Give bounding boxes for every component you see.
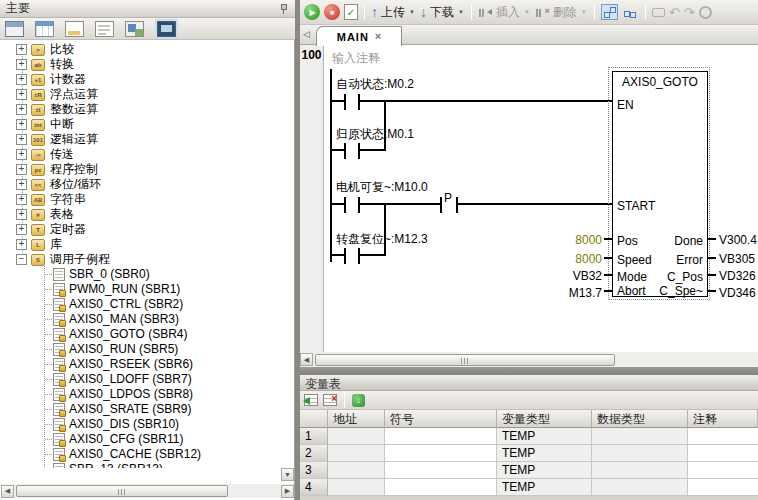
cell-var-type[interactable]: TEMP (497, 445, 592, 462)
cross-reference-icon[interactable] (125, 21, 144, 37)
tree-item-axis0-dis[interactable]: AXIS0_DIS (SBR10) (0, 417, 280, 432)
operand-speed-value[interactable]: 8000 (536, 252, 602, 266)
operand-pos-value[interactable]: 8000 (536, 233, 602, 247)
scrollbar-thumb[interactable] (16, 485, 228, 497)
row-header[interactable]: 3 (300, 462, 328, 479)
function-block[interactable]: AXIS0_GOTO EN START Pos Speed Mode Abort… (612, 71, 708, 297)
expand-icon[interactable]: + (16, 224, 27, 235)
tree-folder-integer-math[interactable]: +±I整数运算 (0, 102, 280, 117)
scroll-right-button[interactable]: ▶ (281, 485, 294, 498)
ladder-editor[interactable]: 100 输入注释 自动状态:M0.2 归原状态:M0.1 电机可复~:M10.0 (300, 45, 758, 352)
symbol-table-icon[interactable] (35, 21, 54, 37)
operand-abort-value[interactable]: M13.7 (536, 286, 602, 300)
tree-item-axis0-srate[interactable]: AXIS0_SRATE (SBR9) (0, 402, 280, 417)
tree-folder-libraries[interactable]: +L库 (0, 237, 280, 252)
tree-folder-string[interactable]: +AB字符串 (0, 192, 280, 207)
expand-icon[interactable]: + (16, 89, 27, 100)
collapse-icon[interactable]: − (16, 254, 27, 265)
cell-comment[interactable] (688, 445, 758, 462)
tree-folder-logic[interactable]: +101逻辑运算 (0, 132, 280, 147)
expand-icon[interactable]: + (16, 59, 27, 70)
cell-var-type[interactable]: TEMP (497, 479, 592, 496)
tree-scroll-down-button[interactable]: ▼ (281, 468, 294, 481)
pin-icon[interactable] (279, 4, 289, 14)
expand-icon[interactable]: + (16, 209, 27, 220)
cell-symbol[interactable] (385, 428, 497, 445)
tree-item-axis0-ldpos[interactable]: AXIS0_LDPOS (SBR8) (0, 387, 280, 402)
tree-folder-call-subroutines[interactable]: −S调用子例程 (0, 252, 280, 267)
network-comment[interactable]: 输入注释 (332, 50, 380, 67)
tree-folder-interrupt[interactable]: +int中断 (0, 117, 280, 132)
scroll-left-button[interactable]: ◀ (300, 353, 313, 366)
tree-horizontal-scrollbar[interactable]: ◀ ▶ (1, 484, 294, 498)
expand-icon[interactable]: + (16, 164, 27, 175)
tree-folder-float-math[interactable]: +±R浮点运算 (0, 87, 280, 102)
expand-icon[interactable]: + (16, 134, 27, 145)
run-button[interactable]: ▶ (304, 4, 320, 20)
cell-data-type[interactable] (592, 462, 688, 479)
cell-address[interactable] (328, 428, 385, 445)
operand-done-value[interactable]: V300.4 (719, 233, 757, 247)
tree-item-axis0-rseek[interactable]: AXIS0_RSEEK (SBR6) (0, 357, 280, 372)
expand-icon[interactable]: + (16, 104, 27, 115)
cell-address[interactable] (328, 479, 385, 496)
tab-scroll-left-button[interactable]: ◁ (303, 29, 310, 39)
scrollbar-thumb[interactable] (315, 354, 615, 366)
tree-item-sbr-0[interactable]: SBR_0 (SBR0) (0, 267, 280, 282)
cell-var-type[interactable]: TEMP (497, 428, 592, 445)
cell-comment[interactable] (688, 462, 758, 479)
cell-comment[interactable] (688, 479, 758, 496)
expand-icon[interactable]: + (16, 239, 27, 250)
stop-button[interactable]: ■ (324, 4, 340, 20)
expand-icon[interactable]: + (16, 179, 27, 190)
tree-item-axis0-ctrl[interactable]: AXIS0_CTRL (SBR2) (0, 297, 280, 312)
tree-folder-compare[interactable]: +>比较 (0, 42, 280, 57)
apply-symbols-icon[interactable]: ↓ (352, 394, 365, 407)
operand-cpos-value[interactable]: VD326 (719, 269, 756, 283)
expand-icon[interactable]: + (16, 149, 27, 160)
tree-folder-counters[interactable]: ++1计数器 (0, 72, 280, 87)
tree-item-axis0-goto[interactable]: AXIS0_GOTO (SBR4) (0, 327, 280, 342)
pou-view-icon[interactable] (622, 4, 639, 20)
tree-item-axis0-cache[interactable]: AXIS0_CACHE (SBR12) (0, 447, 280, 462)
row-header[interactable]: 2 (300, 445, 328, 462)
upload-button[interactable]: ↑ 上传 ▼ (371, 4, 416, 21)
tree-item-axis0-man[interactable]: AXIS0_MAN (SBR3) (0, 312, 280, 327)
cell-comment[interactable] (688, 428, 758, 445)
expand-icon[interactable]: + (16, 194, 27, 205)
scroll-left-button[interactable]: ◀ (1, 485, 14, 498)
column-header-var-type[interactable]: 变量类型 (497, 410, 592, 428)
cell-data-type[interactable] (592, 445, 688, 462)
tree-item-axis0-run[interactable]: AXIS0_RUN (SBR5) (0, 342, 280, 357)
column-header-data-type[interactable]: 数据类型 (592, 410, 688, 428)
tab-close-icon[interactable]: × (375, 31, 381, 42)
cell-symbol[interactable] (385, 462, 497, 479)
column-header-address[interactable]: 地址 (328, 410, 385, 428)
upload-dropdown-icon[interactable]: ▼ (408, 9, 416, 15)
row-header[interactable]: 4 (300, 479, 328, 496)
data-block-icon[interactable] (95, 21, 114, 37)
operand-error-value[interactable]: VB305 (719, 252, 755, 266)
tree-folder-timers[interactable]: +T定时器 (0, 222, 280, 237)
cell-address[interactable] (328, 445, 385, 462)
communication-icon[interactable] (157, 21, 176, 37)
compile-button[interactable]: ✓ (344, 4, 358, 20)
tree-item-sbr-13[interactable]: SBR_13 (SBR13) (0, 462, 280, 468)
status-chart-icon[interactable] (65, 21, 84, 37)
tree-item-axis0-ldoff[interactable]: AXIS0_LDOFF (SBR7) (0, 372, 280, 387)
row-header[interactable]: 1 (300, 428, 328, 445)
cell-var-type[interactable]: TEMP (497, 462, 592, 479)
download-button[interactable]: ↓ 下载 ▼ (420, 4, 465, 21)
cell-address[interactable] (328, 462, 385, 479)
operand-mode-value[interactable]: VB32 (536, 269, 602, 283)
tree-folder-move[interactable]: +->传送 (0, 147, 280, 162)
cell-data-type[interactable] (592, 479, 688, 496)
program-block-icon[interactable] (5, 21, 24, 37)
insert-row-icon[interactable] (304, 394, 318, 406)
delete-row-icon[interactable]: × (323, 394, 337, 406)
operand-cspeed-value[interactable]: VD346 (719, 286, 756, 300)
column-header-symbol[interactable]: 符号 (385, 410, 497, 428)
tree-folder-table[interactable]: +#表格 (0, 207, 280, 222)
tree-item-pwm0-run[interactable]: PWM0_RUN (SBR1) (0, 282, 280, 297)
pou-view-icon-active[interactable] (601, 4, 618, 20)
